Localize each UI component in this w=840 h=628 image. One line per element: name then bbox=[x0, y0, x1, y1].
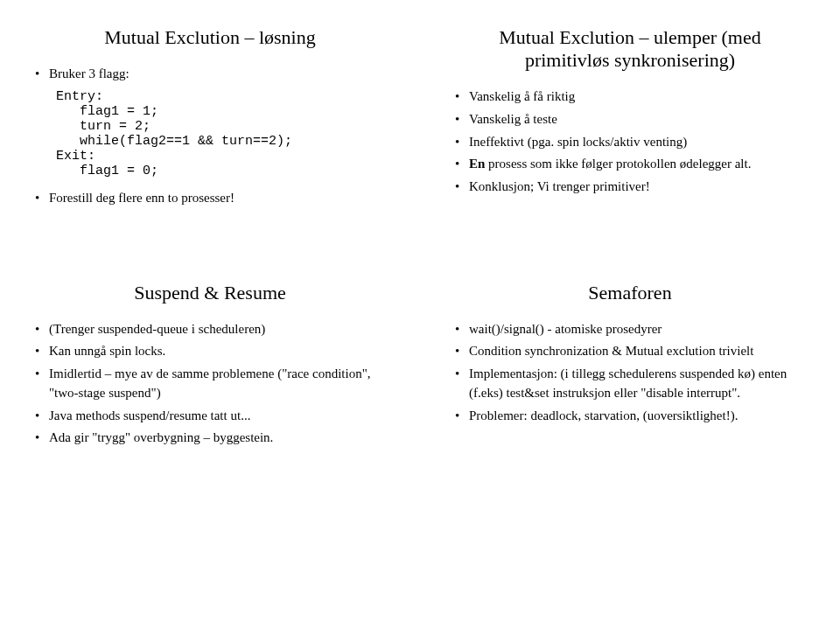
bullet: Konklusjon; Vi trenger primitiver! bbox=[455, 178, 805, 197]
bullet: En prosess som ikke følger protokollen ø… bbox=[455, 155, 805, 174]
bullet: Vanskelig å få riktig bbox=[455, 87, 805, 107]
bullet: Java methods suspend/resume tatt ut... bbox=[35, 407, 385, 426]
bullet: Vanskelig å teste bbox=[455, 110, 805, 129]
bullet: Kan unngå spin locks. bbox=[35, 342, 385, 361]
code-block: Entry: flag1 = 1; turn = 2; while(flag2=… bbox=[56, 89, 385, 178]
bullet: Bruker 3 flagg: bbox=[35, 65, 385, 84]
slide-mutual-exclusion-drawbacks: Mutual Exclution – ulemper (med primitiv… bbox=[438, 17, 822, 220]
bullet: Forestill deg flere enn to prosesser! bbox=[35, 189, 385, 208]
bullet: Condition synchronization & Mutual exclu… bbox=[455, 342, 805, 361]
slide-title: Mutual Exclution – løsning bbox=[35, 26, 385, 49]
slide-suspend-resume: Suspend & Resume (Trenger suspended-queu… bbox=[18, 273, 402, 461]
slide-mutual-exclusion-solution: Mutual Exclution – løsning Bruker 3 flag… bbox=[18, 17, 402, 220]
bullet: Ada gir "trygg" overbygning – byggestein… bbox=[35, 429, 385, 448]
slide-title: Suspend & Resume bbox=[35, 282, 385, 304]
bullet: Imidlertid – mye av de samme problemene … bbox=[35, 365, 385, 403]
bold-word: En bbox=[469, 157, 485, 171]
slide-grid: Mutual Exclution – løsning Bruker 3 flag… bbox=[18, 17, 822, 460]
bullet: wait()/signal() - atomiske prosedyrer bbox=[455, 320, 805, 339]
bullet: Ineffektivt (pga. spin locks/aktiv venti… bbox=[455, 133, 805, 152]
slide-title: Mutual Exclution – ulemper (med primitiv… bbox=[455, 26, 805, 72]
bullet: Implementasjon: (i tillegg schedulerens … bbox=[455, 365, 805, 403]
slide-semaphore: Semaforen wait()/signal() - atomiske pro… bbox=[438, 273, 822, 461]
bullet-text: prosess som ikke følger protokollen ødel… bbox=[485, 157, 751, 171]
bullet: Problemer: deadlock, starvation, (uovers… bbox=[455, 407, 805, 426]
bullet: (Trenger suspended-queue i scheduleren) bbox=[35, 320, 385, 339]
slide-title: Semaforen bbox=[455, 282, 805, 304]
